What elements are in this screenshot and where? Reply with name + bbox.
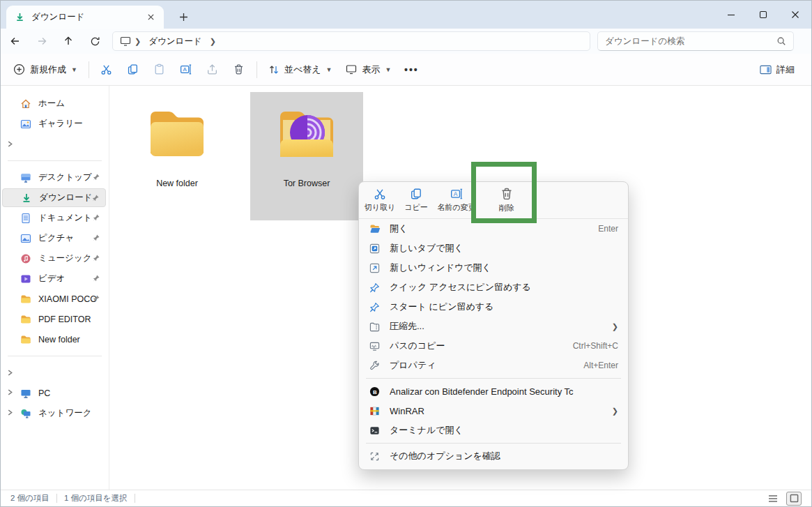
sidebar-item-gallery[interactable]: ギャラリー [2,114,106,133]
refresh-button[interactable] [83,31,107,52]
menu-item-open-new-window[interactable]: 新しいウィンドウで開く [362,258,625,278]
chevron-right-icon[interactable] [7,409,13,416]
menu-item-copy-path[interactable]: パスのコピー Ctrl+Shift+C [362,336,625,356]
new-tab-button[interactable] [174,7,193,27]
sidebar-item-pc[interactable]: PC [2,384,106,402]
menu-item-winrar[interactable]: WinRAR ❯ [362,401,625,421]
network-icon [20,408,31,419]
cut-button[interactable] [93,58,120,82]
close-button[interactable] [779,1,811,29]
minimize-button[interactable] [715,1,747,29]
more-button[interactable]: ••• [398,58,424,82]
menu-separator [366,378,621,379]
menu-item-show-more-options[interactable]: その他のオプションを確認 [362,446,625,466]
sidebar-item-pdf-editor[interactable]: PDF EDITOR [2,310,106,328]
quick-cut-button[interactable]: 切り取り [362,184,398,216]
sidebar-item-home[interactable]: ホーム [2,94,106,113]
sidebar-item-network[interactable]: ネットワーク [2,404,106,423]
sidebar-item-music[interactable]: ミュージック [2,249,106,268]
menu-item-pin-start[interactable]: スタート にピン留めする [362,297,625,317]
sort-label: 並べ替え [284,63,321,76]
chevron-right-icon[interactable] [7,389,13,395]
file-item-new-folder[interactable]: New folder [121,92,233,220]
sidebar-item-xiaomi-poco[interactable]: XIAOMI POCO F [2,289,106,308]
sidebar-item-new-folder[interactable]: New folder [2,330,106,349]
toolbar-separator [89,61,89,78]
quick-delete-button[interactable]: 削除 [487,184,526,216]
sidebar-item-pictures[interactable]: ピクチャ [2,229,106,248]
new-item-button[interactable]: 新規作成 ▼ [6,58,84,82]
tor-folder-icon [273,102,340,169]
navigation-pane: ホーム ギャラリー デスクトップ [1,86,109,490]
breadcrumb-computer-icon [120,36,131,46]
menu-item-bitdefender-scan[interactable]: B Analizar con Bitdefender Endpoint Secu… [362,381,625,401]
pin-icon [92,173,100,181]
open-folder-icon [369,223,381,234]
list-view-icon [768,494,778,503]
selected-count: 1 個の項目を選択 [64,493,128,504]
svg-text:B: B [373,388,377,395]
quick-copy-button[interactable]: コピー [398,184,434,216]
menu-item-properties[interactable]: プロパティ Alt+Enter [362,356,625,375]
ellipsis-icon: ••• [404,64,419,75]
open-new-tab-icon [369,243,380,254]
search-input[interactable] [605,36,776,46]
item-count: 2 個の項目 [10,493,49,504]
tab-downloads[interactable]: ダウンロード [6,6,164,29]
copy-button[interactable] [120,58,146,82]
forward-button[interactable] [30,31,54,52]
svg-text:A: A [183,66,187,73]
folder-icon [20,314,31,325]
sidebar-expander[interactable] [2,363,106,382]
delete-button[interactable] [226,58,252,82]
share-icon [206,63,218,75]
video-icon [20,273,31,285]
music-icon [20,253,31,264]
view-button[interactable]: 表示 ▼ [339,58,398,82]
chevron-down-icon: ▼ [71,66,77,73]
copy-path-icon [369,341,380,351]
folder-large-icon [144,102,210,169]
menu-separator [366,443,621,444]
download-icon [21,192,32,204]
menu-item-open[interactable]: 開く Enter [362,219,625,239]
sort-button[interactable]: 並べ替え ▼ [261,58,339,82]
context-menu-quick-actions: 切り取り コピー A 名前の変更 [359,182,628,218]
tab-close-icon[interactable] [143,10,158,25]
file-item-tor-browser[interactable]: Tor Browser [250,92,363,220]
pin-icon [92,274,100,282]
share-button[interactable] [199,58,226,82]
copy-icon [410,188,422,200]
open-new-window-icon [369,263,380,273]
breadcrumb-item-downloads[interactable]: ダウンロード [148,36,201,47]
menu-item-pin-quick-access[interactable]: クイック アクセスにピン留めする [362,278,625,297]
file-item-label: Tor Browser [284,179,330,188]
properties-icon [369,361,380,371]
chevron-right-icon[interactable]: ❯ [210,37,216,46]
maximize-button[interactable] [747,1,779,29]
sidebar-item-desktop[interactable]: デスクトップ [2,168,106,187]
breadcrumb[interactable]: ❯ ダウンロード ❯ [112,31,590,51]
sidebar-expander[interactable] [2,135,106,153]
compress-icon [369,321,380,332]
details-pane-icon [760,65,772,75]
menu-item-open-terminal[interactable]: ターミナルで開く [362,421,625,440]
sidebar-item-documents[interactable]: ドキュメント [2,209,106,227]
menu-item-open-new-tab[interactable]: 新しいタブで開く [362,239,625,258]
list-view-toggle[interactable] [765,492,781,506]
paste-button[interactable] [146,58,173,82]
quick-rename-button[interactable]: A 名前の変更 [434,184,479,216]
icons-view-toggle[interactable] [786,492,802,506]
submenu-arrow-icon: ❯ [612,322,618,331]
submenu-arrow-icon: ❯ [612,407,618,416]
menu-item-compress[interactable]: 圧縮先... ❯ [362,317,625,336]
up-button[interactable] [56,31,80,52]
search-box[interactable] [597,31,794,51]
rename-button[interactable]: A [173,58,199,82]
sidebar-item-videos[interactable]: ビデオ [2,269,106,288]
sidebar-item-downloads[interactable]: ダウンロード [2,188,106,207]
back-button[interactable] [3,31,27,52]
details-pane-button[interactable]: 詳細 [753,58,802,82]
folder-icon [20,294,31,305]
chevron-down-icon: ▼ [326,66,332,73]
